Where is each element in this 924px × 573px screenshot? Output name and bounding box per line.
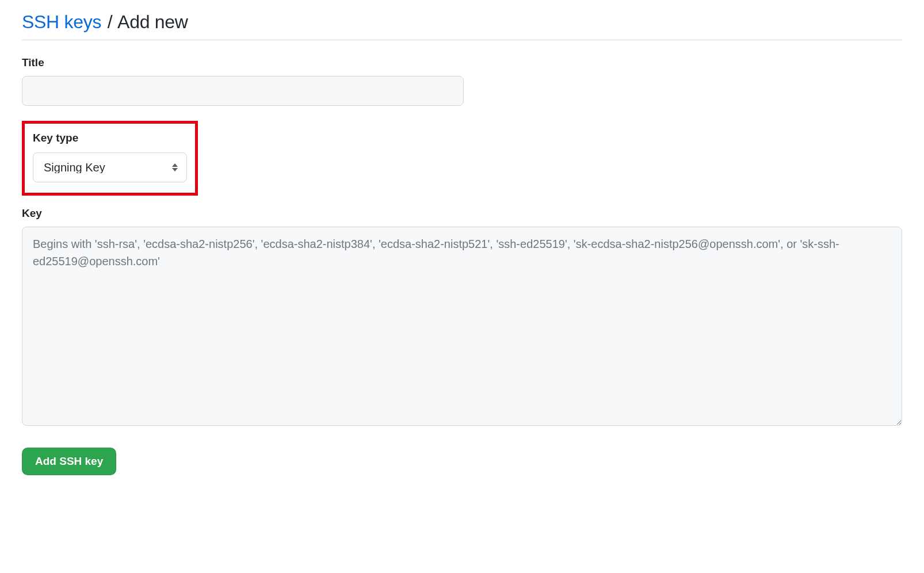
key-type-select[interactable]: Signing Key: [33, 152, 187, 182]
title-field-group: Title: [22, 56, 902, 106]
breadcrumb-separator: /: [108, 12, 113, 32]
key-textarea[interactable]: [22, 227, 902, 426]
key-type-label: Key type: [33, 132, 187, 144]
header-divider: [22, 40, 902, 40]
key-type-select-wrap: Signing Key: [33, 152, 187, 182]
breadcrumb-link-ssh-keys[interactable]: SSH keys: [22, 12, 101, 32]
title-input[interactable]: [22, 76, 464, 106]
key-label: Key: [22, 207, 902, 220]
add-ssh-key-button[interactable]: Add SSH key: [22, 448, 116, 475]
key-type-highlight-box: Key type Signing Key: [22, 121, 198, 196]
breadcrumb-current: Add new: [117, 12, 188, 32]
title-label: Title: [22, 56, 902, 69]
key-field-group: Key: [22, 207, 902, 428]
page-title: SSH keys / Add new: [22, 12, 902, 33]
